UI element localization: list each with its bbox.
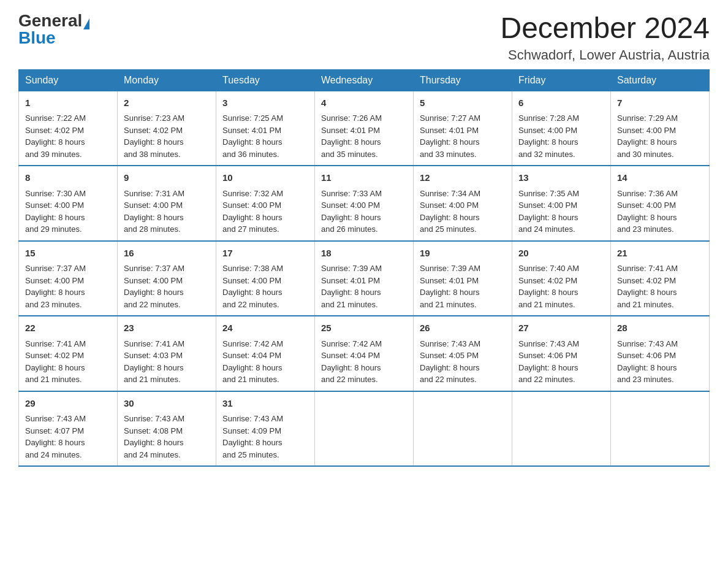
daylight-text: Daylight: 8 hoursand 21 minutes.	[518, 288, 578, 309]
daylight-text: Daylight: 8 hoursand 22 minutes.	[420, 363, 480, 385]
sunrise-text: Sunrise: 7:26 AM	[321, 113, 382, 123]
page-header: General Blue December 2024 Schwadorf, Lo…	[18, 12, 710, 63]
calendar-cell: 25Sunrise: 7:42 AMSunset: 4:04 PMDayligh…	[315, 316, 414, 391]
col-monday: Monday	[118, 69, 216, 91]
sunrise-text: Sunrise: 7:43 AM	[124, 414, 184, 423]
sunrise-text: Sunrise: 7:25 AM	[222, 113, 283, 123]
col-sunday: Sunday	[19, 69, 118, 91]
sunset-text: Sunset: 4:03 PM	[124, 351, 183, 360]
calendar-cell	[611, 391, 710, 467]
day-number: 13	[518, 171, 604, 185]
calendar-cell: 20Sunrise: 7:40 AMSunset: 4:02 PMDayligh…	[512, 241, 611, 316]
daylight-text: Daylight: 8 hoursand 22 minutes.	[222, 288, 282, 309]
sunrise-text: Sunrise: 7:43 AM	[420, 339, 480, 348]
calendar-cell: 27Sunrise: 7:43 AMSunset: 4:06 PMDayligh…	[512, 316, 611, 391]
sunset-text: Sunset: 4:00 PM	[321, 201, 380, 210]
calendar-week-1: 1Sunrise: 7:22 AMSunset: 4:02 PMDaylight…	[19, 91, 710, 166]
sunset-text: Sunset: 4:00 PM	[222, 276, 281, 285]
calendar-cell: 6Sunrise: 7:28 AMSunset: 4:00 PMDaylight…	[512, 91, 611, 166]
sunrise-text: Sunrise: 7:37 AM	[124, 264, 184, 273]
daylight-text: Daylight: 8 hoursand 21 minutes.	[420, 288, 480, 309]
sunset-text: Sunset: 4:00 PM	[617, 201, 676, 210]
sunrise-text: Sunrise: 7:30 AM	[25, 189, 86, 198]
calendar-cell: 23Sunrise: 7:41 AMSunset: 4:03 PMDayligh…	[118, 316, 216, 391]
calendar-cell: 10Sunrise: 7:32 AMSunset: 4:00 PMDayligh…	[216, 166, 315, 241]
sunrise-text: Sunrise: 7:40 AM	[518, 264, 579, 273]
sunrise-text: Sunrise: 7:33 AM	[321, 189, 382, 198]
daylight-text: Daylight: 8 hoursand 23 minutes.	[617, 363, 677, 385]
calendar-cell	[315, 391, 414, 467]
calendar-header: Sunday Monday Tuesday Wednesday Thursday…	[19, 69, 710, 91]
daylight-text: Daylight: 8 hoursand 22 minutes.	[518, 363, 578, 385]
sunset-text: Sunset: 4:02 PM	[124, 126, 183, 135]
calendar-cell: 2Sunrise: 7:23 AMSunset: 4:02 PMDaylight…	[118, 91, 216, 166]
calendar-cell: 14Sunrise: 7:36 AMSunset: 4:00 PMDayligh…	[611, 166, 710, 241]
daylight-text: Daylight: 8 hoursand 25 minutes.	[420, 213, 480, 234]
daylight-text: Daylight: 8 hoursand 22 minutes.	[124, 288, 184, 309]
day-number: 30	[124, 397, 210, 411]
calendar-week-2: 8Sunrise: 7:30 AMSunset: 4:00 PMDaylight…	[19, 166, 710, 241]
day-number: 17	[222, 247, 308, 261]
sunrise-text: Sunrise: 7:43 AM	[617, 339, 678, 348]
day-number: 12	[420, 171, 506, 185]
day-number: 16	[124, 247, 210, 261]
sunrise-text: Sunrise: 7:38 AM	[222, 264, 283, 273]
sunrise-text: Sunrise: 7:41 AM	[617, 264, 678, 273]
calendar-cell: 22Sunrise: 7:41 AMSunset: 4:02 PMDayligh…	[19, 316, 118, 391]
month-title: December 2024	[500, 12, 710, 45]
col-thursday: Thursday	[414, 69, 512, 91]
day-number: 18	[321, 247, 407, 261]
sunrise-text: Sunrise: 7:41 AM	[124, 339, 184, 348]
logo-blue-text: Blue	[18, 28, 56, 47]
daylight-text: Daylight: 8 hoursand 21 minutes.	[222, 363, 282, 385]
sunrise-text: Sunrise: 7:31 AM	[124, 189, 184, 198]
daylight-text: Daylight: 8 hoursand 24 minutes.	[25, 438, 85, 459]
calendar-cell: 26Sunrise: 7:43 AMSunset: 4:05 PMDayligh…	[414, 316, 512, 391]
day-number: 1	[25, 96, 111, 110]
sunset-text: Sunset: 4:01 PM	[321, 276, 380, 285]
sunset-text: Sunset: 4:02 PM	[617, 276, 676, 285]
day-number: 10	[222, 171, 308, 185]
sunset-text: Sunset: 4:01 PM	[420, 276, 479, 285]
sunset-text: Sunset: 4:04 PM	[321, 351, 380, 360]
logo-top: General	[18, 12, 89, 29]
calendar-cell: 8Sunrise: 7:30 AMSunset: 4:00 PMDaylight…	[19, 166, 118, 241]
sunset-text: Sunset: 4:02 PM	[518, 276, 577, 285]
calendar-week-3: 15Sunrise: 7:37 AMSunset: 4:00 PMDayligh…	[19, 241, 710, 316]
sunset-text: Sunset: 4:09 PM	[222, 426, 281, 435]
calendar-cell: 7Sunrise: 7:29 AMSunset: 4:00 PMDaylight…	[611, 91, 710, 166]
daylight-text: Daylight: 8 hoursand 21 minutes.	[25, 363, 85, 385]
daylight-text: Daylight: 8 hoursand 30 minutes.	[617, 137, 677, 159]
calendar-cell: 19Sunrise: 7:39 AMSunset: 4:01 PMDayligh…	[414, 241, 512, 316]
daylight-text: Daylight: 8 hoursand 29 minutes.	[25, 213, 85, 234]
calendar-cell: 16Sunrise: 7:37 AMSunset: 4:00 PMDayligh…	[118, 241, 216, 316]
day-number: 6	[518, 96, 604, 110]
sunset-text: Sunset: 4:07 PM	[25, 426, 84, 435]
daylight-text: Daylight: 8 hoursand 21 minutes.	[321, 288, 381, 309]
day-number: 2	[124, 96, 210, 110]
day-number: 27	[518, 321, 604, 335]
sunrise-text: Sunrise: 7:39 AM	[420, 264, 480, 273]
sunrise-text: Sunrise: 7:27 AM	[420, 113, 480, 123]
sunrise-text: Sunrise: 7:41 AM	[25, 339, 86, 348]
sunset-text: Sunset: 4:06 PM	[617, 351, 676, 360]
daylight-text: Daylight: 8 hoursand 21 minutes.	[124, 363, 184, 385]
col-saturday: Saturday	[611, 69, 710, 91]
calendar-cell: 11Sunrise: 7:33 AMSunset: 4:00 PMDayligh…	[315, 166, 414, 241]
day-number: 4	[321, 96, 407, 110]
sunrise-text: Sunrise: 7:43 AM	[518, 339, 579, 348]
col-tuesday: Tuesday	[216, 69, 315, 91]
calendar-cell: 30Sunrise: 7:43 AMSunset: 4:08 PMDayligh…	[118, 391, 216, 467]
calendar-cell: 9Sunrise: 7:31 AMSunset: 4:00 PMDaylight…	[118, 166, 216, 241]
day-number: 9	[124, 171, 210, 185]
sunset-text: Sunset: 4:01 PM	[420, 126, 479, 135]
calendar-cell: 15Sunrise: 7:37 AMSunset: 4:00 PMDayligh…	[19, 241, 118, 316]
sunset-text: Sunset: 4:02 PM	[25, 126, 84, 135]
day-number: 28	[617, 321, 703, 335]
sunrise-text: Sunrise: 7:35 AM	[518, 189, 579, 198]
day-number: 23	[124, 321, 210, 335]
day-number: 26	[420, 321, 506, 335]
sunset-text: Sunset: 4:01 PM	[222, 126, 281, 135]
daylight-text: Daylight: 8 hoursand 28 minutes.	[124, 213, 184, 234]
sunset-text: Sunset: 4:00 PM	[518, 201, 577, 210]
